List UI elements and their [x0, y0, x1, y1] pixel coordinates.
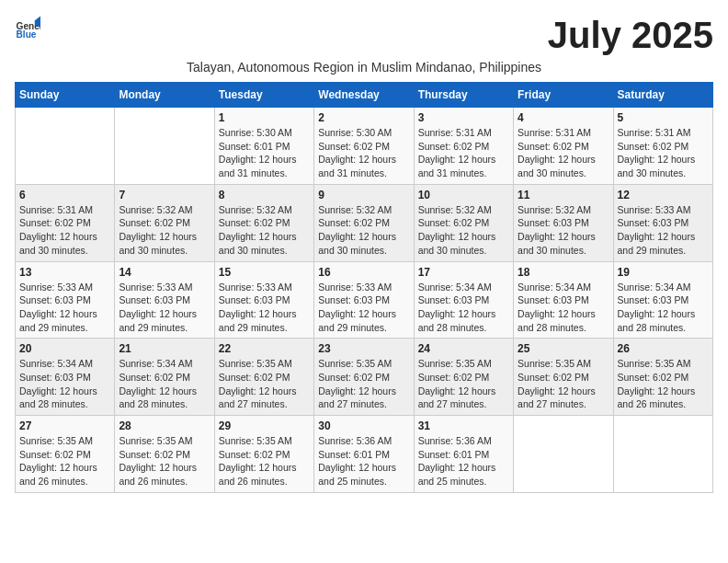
weekday-header-saturday: Saturday	[613, 83, 712, 108]
day-detail: Sunrise: 5:34 AM Sunset: 6:03 PM Dayligh…	[418, 281, 509, 335]
day-number: 25	[518, 342, 609, 355]
day-number: 21	[119, 342, 210, 355]
day-number: 16	[318, 266, 409, 279]
calendar-cell	[514, 416, 613, 493]
day-number: 17	[418, 266, 509, 279]
day-number: 28	[119, 419, 210, 432]
calendar-cell: 21Sunrise: 5:34 AM Sunset: 6:02 PM Dayli…	[115, 339, 214, 416]
month-title: July 2025	[548, 15, 713, 56]
day-number: 10	[418, 189, 509, 201]
calendar-cell: 7Sunrise: 5:32 AM Sunset: 6:02 PM Daylig…	[115, 184, 214, 261]
calendar-cell: 29Sunrise: 5:35 AM Sunset: 6:02 PM Dayli…	[214, 416, 313, 493]
subtitle: Talayan, Autonomous Region in Muslim Min…	[15, 60, 713, 75]
day-number: 2	[318, 111, 409, 124]
calendar-cell: 26Sunrise: 5:35 AM Sunset: 6:02 PM Dayli…	[613, 339, 712, 416]
calendar-cell: 25Sunrise: 5:35 AM Sunset: 6:02 PM Dayli…	[514, 339, 613, 416]
day-number: 27	[19, 419, 110, 432]
day-detail: Sunrise: 5:32 AM Sunset: 6:02 PM Dayligh…	[318, 203, 409, 258]
weekday-header-tuesday: Tuesday	[214, 83, 313, 108]
day-detail: Sunrise: 5:36 AM Sunset: 6:01 PM Dayligh…	[418, 434, 509, 488]
calendar-cell: 13Sunrise: 5:33 AM Sunset: 6:03 PM Dayli…	[16, 261, 115, 339]
day-number: 9	[318, 189, 409, 201]
day-detail: Sunrise: 5:35 AM Sunset: 6:02 PM Dayligh…	[418, 357, 509, 411]
day-detail: Sunrise: 5:35 AM Sunset: 6:02 PM Dayligh…	[219, 357, 310, 411]
day-detail: Sunrise: 5:33 AM Sunset: 6:03 PM Dayligh…	[219, 281, 310, 335]
day-detail: Sunrise: 5:31 AM Sunset: 6:02 PM Dayligh…	[19, 203, 110, 258]
weekday-header-friday: Friday	[514, 83, 613, 108]
calendar-cell: 11Sunrise: 5:32 AM Sunset: 6:03 PM Dayli…	[514, 184, 613, 261]
calendar-cell: 20Sunrise: 5:34 AM Sunset: 6:03 PM Dayli…	[16, 339, 115, 416]
day-detail: Sunrise: 5:32 AM Sunset: 6:03 PM Dayligh…	[518, 203, 609, 258]
day-number: 15	[219, 266, 310, 279]
day-number: 12	[618, 189, 709, 201]
logo: General Blue	[15, 15, 40, 40]
calendar-cell: 1Sunrise: 5:30 AM Sunset: 6:01 PM Daylig…	[214, 108, 313, 185]
calendar-cell: 27Sunrise: 5:35 AM Sunset: 6:02 PM Dayli…	[16, 416, 115, 493]
calendar-cell: 9Sunrise: 5:32 AM Sunset: 6:02 PM Daylig…	[314, 184, 414, 261]
day-number: 13	[19, 266, 110, 279]
day-number: 3	[418, 111, 509, 124]
day-number: 18	[518, 266, 609, 279]
svg-text:Blue: Blue	[17, 29, 37, 40]
weekday-header-sunday: Sunday	[16, 83, 115, 108]
day-number: 11	[518, 189, 609, 201]
day-detail: Sunrise: 5:35 AM Sunset: 6:02 PM Dayligh…	[119, 434, 210, 488]
day-detail: Sunrise: 5:32 AM Sunset: 6:02 PM Dayligh…	[219, 203, 310, 258]
calendar-cell: 18Sunrise: 5:34 AM Sunset: 6:03 PM Dayli…	[514, 261, 613, 339]
day-number: 7	[119, 189, 210, 201]
calendar-cell: 30Sunrise: 5:36 AM Sunset: 6:01 PM Dayli…	[314, 416, 414, 493]
day-detail: Sunrise: 5:31 AM Sunset: 6:02 PM Dayligh…	[518, 126, 609, 180]
calendar-cell: 10Sunrise: 5:32 AM Sunset: 6:02 PM Dayli…	[414, 184, 513, 261]
day-detail: Sunrise: 5:34 AM Sunset: 6:02 PM Dayligh…	[119, 357, 210, 411]
calendar-cell: 3Sunrise: 5:31 AM Sunset: 6:02 PM Daylig…	[414, 108, 513, 185]
calendar-cell: 16Sunrise: 5:33 AM Sunset: 6:03 PM Dayli…	[314, 261, 414, 339]
day-number: 14	[119, 266, 210, 279]
calendar-cell: 23Sunrise: 5:35 AM Sunset: 6:02 PM Dayli…	[314, 339, 414, 416]
day-detail: Sunrise: 5:30 AM Sunset: 6:01 PM Dayligh…	[219, 126, 310, 180]
day-detail: Sunrise: 5:35 AM Sunset: 6:02 PM Dayligh…	[618, 357, 709, 411]
day-number: 22	[219, 342, 310, 355]
calendar-cell: 17Sunrise: 5:34 AM Sunset: 6:03 PM Dayli…	[414, 261, 513, 339]
day-number: 1	[219, 111, 310, 124]
calendar-cell: 12Sunrise: 5:33 AM Sunset: 6:03 PM Dayli…	[613, 184, 712, 261]
day-detail: Sunrise: 5:32 AM Sunset: 6:02 PM Dayligh…	[119, 203, 210, 258]
calendar-cell: 14Sunrise: 5:33 AM Sunset: 6:03 PM Dayli…	[115, 261, 214, 339]
day-detail: Sunrise: 5:36 AM Sunset: 6:01 PM Dayligh…	[318, 434, 409, 488]
calendar-cell: 19Sunrise: 5:34 AM Sunset: 6:03 PM Dayli…	[613, 261, 712, 339]
day-detail: Sunrise: 5:33 AM Sunset: 6:03 PM Dayligh…	[618, 203, 709, 258]
day-detail: Sunrise: 5:31 AM Sunset: 6:02 PM Dayligh…	[618, 126, 709, 180]
calendar-cell	[16, 108, 115, 185]
day-detail: Sunrise: 5:32 AM Sunset: 6:02 PM Dayligh…	[418, 203, 509, 258]
calendar-cell: 28Sunrise: 5:35 AM Sunset: 6:02 PM Dayli…	[115, 416, 214, 493]
day-detail: Sunrise: 5:34 AM Sunset: 6:03 PM Dayligh…	[518, 281, 609, 335]
day-number: 19	[618, 266, 709, 279]
calendar-cell: 22Sunrise: 5:35 AM Sunset: 6:02 PM Dayli…	[214, 339, 313, 416]
day-number: 20	[19, 342, 110, 355]
calendar-cell: 24Sunrise: 5:35 AM Sunset: 6:02 PM Dayli…	[414, 339, 513, 416]
calendar-cell: 5Sunrise: 5:31 AM Sunset: 6:02 PM Daylig…	[613, 108, 712, 185]
calendar-cell	[115, 108, 214, 185]
calendar-cell: 2Sunrise: 5:30 AM Sunset: 6:02 PM Daylig…	[314, 108, 414, 185]
day-detail: Sunrise: 5:30 AM Sunset: 6:02 PM Dayligh…	[318, 126, 409, 180]
day-number: 26	[618, 342, 709, 355]
calendar-cell: 4Sunrise: 5:31 AM Sunset: 6:02 PM Daylig…	[514, 108, 613, 185]
weekday-header-thursday: Thursday	[414, 83, 513, 108]
day-detail: Sunrise: 5:33 AM Sunset: 6:03 PM Dayligh…	[119, 281, 210, 335]
day-detail: Sunrise: 5:35 AM Sunset: 6:02 PM Dayligh…	[318, 357, 409, 411]
calendar-cell: 8Sunrise: 5:32 AM Sunset: 6:02 PM Daylig…	[214, 184, 313, 261]
day-detail: Sunrise: 5:33 AM Sunset: 6:03 PM Dayligh…	[19, 281, 110, 335]
day-number: 30	[318, 419, 409, 432]
day-number: 31	[418, 419, 509, 432]
calendar-cell	[613, 416, 712, 493]
day-number: 6	[19, 189, 110, 201]
day-number: 8	[219, 189, 310, 201]
weekday-header-wednesday: Wednesday	[314, 83, 414, 108]
day-detail: Sunrise: 5:31 AM Sunset: 6:02 PM Dayligh…	[418, 126, 509, 180]
weekday-header-monday: Monday	[115, 83, 214, 108]
calendar-cell: 6Sunrise: 5:31 AM Sunset: 6:02 PM Daylig…	[16, 184, 115, 261]
logo-icon: General Blue	[15, 15, 40, 40]
calendar-cell: 31Sunrise: 5:36 AM Sunset: 6:01 PM Dayli…	[414, 416, 513, 493]
calendar-table: SundayMondayTuesdayWednesdayThursdayFrid…	[15, 82, 713, 493]
day-detail: Sunrise: 5:34 AM Sunset: 6:03 PM Dayligh…	[618, 281, 709, 335]
day-detail: Sunrise: 5:34 AM Sunset: 6:03 PM Dayligh…	[19, 357, 110, 411]
